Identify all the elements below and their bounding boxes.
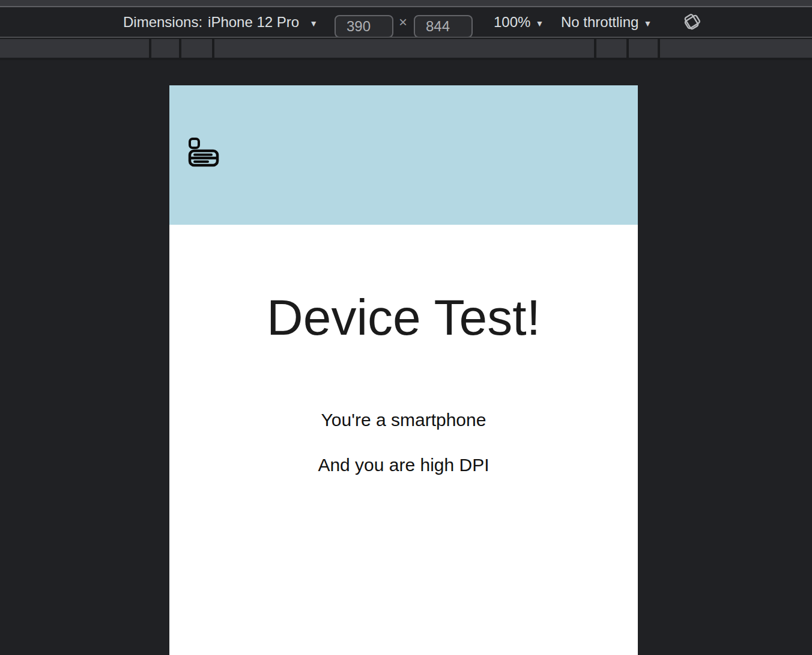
- chevron-down-icon: ▼: [309, 19, 318, 28]
- dimensions-label: Dimensions:: [123, 14, 202, 31]
- media-query-segment[interactable]: [151, 39, 179, 58]
- zoom-value: 100%: [494, 14, 530, 31]
- media-query-segment[interactable]: [214, 39, 594, 58]
- page-subtitle-device: You're a smartphone: [169, 410, 638, 431]
- media-query-segment[interactable]: [596, 39, 626, 58]
- emulated-page: Device Test! You're a smartphone And you…: [169, 85, 638, 655]
- media-query-segment[interactable]: [629, 39, 658, 58]
- chevron-down-icon: ▼: [535, 19, 544, 28]
- page-subtitle-dpi: And you are high DPI: [169, 455, 638, 476]
- width-input[interactable]: [335, 15, 393, 38]
- device-name: iPhone 12 Pro: [208, 14, 299, 31]
- chevron-down-icon: ▼: [643, 19, 652, 28]
- page-title: Device Test!: [169, 292, 638, 343]
- times-separator: ×: [394, 7, 412, 37]
- page-header: [169, 85, 638, 225]
- media-query-bar: [0, 37, 812, 60]
- card-icon: [187, 137, 220, 171]
- media-query-segment[interactable]: [0, 39, 149, 58]
- device-dimensions-select[interactable]: Dimensions: iPhone 12 Pro ▼: [123, 7, 318, 37]
- media-query-segment[interactable]: [181, 39, 212, 58]
- media-query-segment[interactable]: [660, 39, 812, 58]
- height-input[interactable]: [414, 15, 473, 38]
- zoom-select[interactable]: 100% ▼: [494, 7, 544, 37]
- throttling-value: No throttling: [561, 14, 638, 31]
- devtools-screen: Dimensions: iPhone 12 Pro ▼ × 100% ▼ No …: [0, 0, 812, 655]
- device-toolbar: Dimensions: iPhone 12 Pro ▼ × 100% ▼ No …: [0, 7, 812, 37]
- rotate-device-icon[interactable]: [682, 13, 701, 32]
- browser-chrome-strip: [0, 0, 812, 7]
- throttling-select[interactable]: No throttling ▼: [561, 7, 652, 37]
